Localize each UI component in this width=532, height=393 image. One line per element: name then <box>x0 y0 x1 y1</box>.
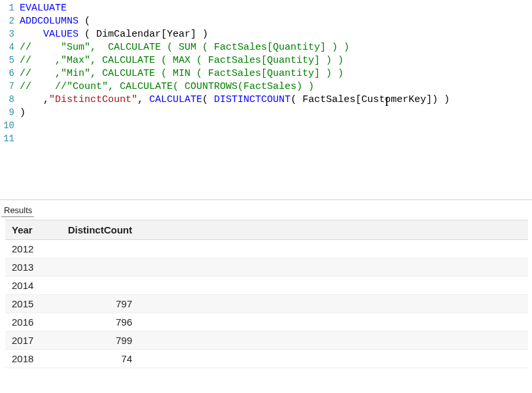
line-number: 5 <box>0 54 20 67</box>
code-line[interactable]: 1EVALUATE <box>0 1 532 14</box>
code-line[interactable]: 10 <box>0 119 532 132</box>
line-number: 1 <box>0 1 20 14</box>
cell-distinctcount <box>47 277 139 295</box>
code-line[interactable]: 4// "Sum", CALCULATE ( SUM ( FactSales[Q… <box>0 41 532 54</box>
line-number: 9 <box>0 106 20 119</box>
cell-blank <box>139 258 528 277</box>
table-row[interactable]: 201874 <box>5 350 528 368</box>
line-number: 8 <box>0 93 20 106</box>
table-row[interactable]: 2013 <box>5 258 528 277</box>
cell-year: 2014 <box>5 277 47 295</box>
cell-distinctcount <box>47 258 139 277</box>
table-row[interactable]: 2014 <box>5 277 528 295</box>
cell-distinctcount: 796 <box>47 313 139 332</box>
code-line[interactable]: 9) <box>0 106 532 119</box>
code-content[interactable]: // "Sum", CALCULATE ( SUM ( FactSales[Qu… <box>20 41 532 54</box>
code-line[interactable]: 2ADDCOLUMNS ( <box>0 14 532 27</box>
line-number: 10 <box>0 119 20 132</box>
code-line[interactable]: 3 VALUES ( DimCalendar[Year] ) <box>0 27 532 41</box>
results-panel: Results Year DistinctCount 2012201320142… <box>0 200 532 393</box>
cell-distinctcount: 799 <box>47 332 139 350</box>
cell-blank <box>139 332 528 350</box>
code-line[interactable]: 7// //"Count", CALCULATE( COUNTROWS(Fact… <box>0 80 532 93</box>
table-header-row: Year DistinctCount <box>5 220 528 240</box>
code-content[interactable]: EVALUATE <box>20 2 532 15</box>
column-header-blank <box>139 220 528 240</box>
table-row[interactable]: 2017799 <box>5 332 528 350</box>
cell-year: 2012 <box>5 240 47 258</box>
results-table: Year DistinctCount 201220132014201579720… <box>5 220 528 368</box>
code-content[interactable]: // //"Count", CALCULATE( COUNTROWS(FactS… <box>20 80 532 94</box>
cell-blank <box>139 240 528 258</box>
cell-distinctcount <box>47 240 139 258</box>
line-number: 6 <box>0 67 20 80</box>
line-number: 4 <box>0 41 20 54</box>
code-content[interactable]: // ,"Min", CALCULATE ( MIN ( FactSales[Q… <box>20 67 532 80</box>
cell-year: 2017 <box>5 332 47 350</box>
line-number: 7 <box>0 80 20 93</box>
cell-distinctcount: 797 <box>47 295 139 313</box>
cell-year: 2015 <box>5 295 47 313</box>
code-line[interactable]: 6// ,"Min", CALCULATE ( MIN ( FactSales[… <box>0 67 532 80</box>
line-number: 3 <box>0 27 20 41</box>
line-number: 2 <box>0 14 20 27</box>
code-content[interactable]: // ,"Max", CALCULATE ( MAX ( FactSales[Q… <box>20 54 532 67</box>
cell-year: 2013 <box>5 258 47 277</box>
table-row[interactable]: 2016796 <box>5 313 528 332</box>
cell-distinctcount: 74 <box>47 350 139 368</box>
column-header-distinctcount[interactable]: DistinctCount <box>47 220 139 240</box>
code-content[interactable]: ,"DistinctCount", CALCULATE( DISTINCTCOU… <box>20 94 532 107</box>
code-content[interactable]: ) <box>20 107 532 120</box>
line-number: 11 <box>0 132 20 145</box>
table-row[interactable]: 2012 <box>5 240 528 258</box>
cell-blank <box>139 295 528 313</box>
code-line[interactable]: 11 <box>0 132 532 145</box>
cell-blank <box>139 313 528 332</box>
cell-year: 2016 <box>5 313 47 332</box>
code-line[interactable]: 8 ,"DistinctCount", CALCULATE( DISTINCTC… <box>0 93 532 106</box>
cell-blank <box>139 350 528 368</box>
code-editor[interactable]: 1EVALUATE2ADDCOLUMNS (3 VALUES ( DimCale… <box>0 0 532 200</box>
code-content[interactable]: ADDCOLUMNS ( <box>20 15 532 28</box>
cell-year: 2018 <box>5 350 47 368</box>
code-line[interactable]: 5// ,"Max", CALCULATE ( MAX ( FactSales[… <box>0 54 532 67</box>
cell-blank <box>139 277 528 295</box>
results-tab[interactable]: Results <box>1 204 34 217</box>
column-header-year[interactable]: Year <box>5 220 47 240</box>
table-row[interactable]: 2015797 <box>5 295 528 313</box>
code-content[interactable]: VALUES ( DimCalendar[Year] ) <box>20 28 532 41</box>
